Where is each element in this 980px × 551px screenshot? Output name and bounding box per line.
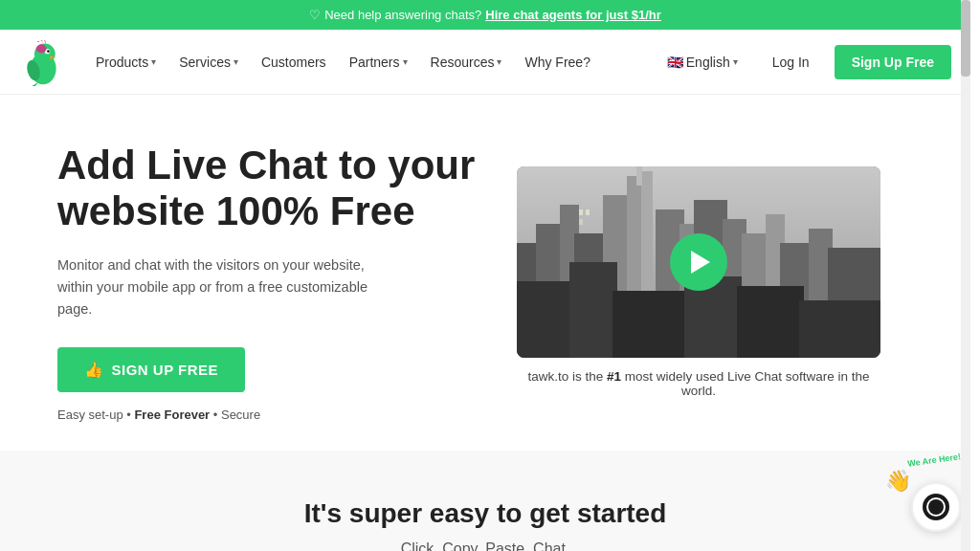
svg-rect-24 xyxy=(517,281,574,358)
chat-button[interactable] xyxy=(911,482,961,532)
hero-section: Add Live Chat to your website 100% Free … xyxy=(0,95,970,451)
chevron-down-icon: ▾ xyxy=(234,56,238,67)
hero-cta-label: SIGN UP FREE xyxy=(112,362,219,378)
svg-point-4 xyxy=(47,50,50,53)
scrollbar[interactable] xyxy=(961,0,970,551)
nav-resources[interactable]: Resources ▾ xyxy=(421,47,512,77)
nav-links: Products ▾ Services ▾ Customers Partners… xyxy=(86,47,657,77)
hero-video: tawk.to is the #1 most widely used Live … xyxy=(517,166,880,398)
easy-title: It's super easy to get started xyxy=(57,498,913,529)
thumbs-up-icon: 👍 xyxy=(84,361,104,379)
svg-rect-31 xyxy=(586,209,590,215)
svg-rect-28 xyxy=(737,286,804,358)
video-container[interactable] xyxy=(517,166,880,358)
nav-why-free[interactable]: Why Free? xyxy=(515,47,599,77)
video-thumbnail xyxy=(517,166,880,358)
navbar: Products ▾ Services ▾ Customers Partners… xyxy=(0,30,970,95)
svg-rect-32 xyxy=(579,219,583,225)
svg-point-35 xyxy=(928,499,944,515)
banner-link[interactable]: Hire chat agents for just $1/hr xyxy=(485,8,661,22)
language-selector[interactable]: 🇬🇧 English ▾ xyxy=(657,47,747,77)
nav-products[interactable]: Products ▾ xyxy=(86,47,166,77)
svg-rect-29 xyxy=(799,300,880,358)
signup-button[interactable]: Sign Up Free xyxy=(835,45,951,79)
nav-right: 🇬🇧 English ▾ Log In Sign Up Free xyxy=(657,45,951,79)
svg-rect-14 xyxy=(636,166,642,186)
easy-section: It's super easy to get started Click. Co… xyxy=(0,451,970,551)
play-button[interactable] xyxy=(670,233,727,291)
chevron-down-icon: ▾ xyxy=(497,56,501,67)
hero-title: Add Live Chat to your website 100% Free xyxy=(57,143,479,235)
chat-widget[interactable]: We Are Here! 👋 xyxy=(911,482,961,532)
play-icon xyxy=(691,251,710,274)
banner-icon: ♡ xyxy=(309,8,321,22)
top-banner: ♡ Need help answering chats? Hire chat a… xyxy=(0,0,970,30)
nav-customers[interactable]: Customers xyxy=(252,47,336,77)
easy-subtitle: Click. Copy. Paste. Chat. xyxy=(57,540,913,551)
svg-point-5 xyxy=(36,44,47,53)
banner-text: Need help answering chats? xyxy=(324,8,481,22)
hero-subtitle: Monitor and chat with the visitors on yo… xyxy=(57,254,402,321)
svg-rect-26 xyxy=(612,291,689,358)
login-button[interactable]: Log In xyxy=(763,49,819,76)
scrollbar-thumb[interactable] xyxy=(961,0,970,77)
hero-cta-button[interactable]: 👍 SIGN UP FREE xyxy=(57,347,245,392)
chevron-down-icon: ▾ xyxy=(403,56,408,67)
svg-rect-25 xyxy=(569,262,617,358)
hero-features: Easy set-up • Free Forever • Secure xyxy=(57,408,479,422)
chevron-down-icon: ▾ xyxy=(151,56,156,67)
logo[interactable] xyxy=(19,38,67,86)
flag-icon: 🇬🇧 xyxy=(667,55,683,70)
nav-partners[interactable]: Partners ▾ xyxy=(340,47,417,77)
chevron-down-icon: ▾ xyxy=(733,56,738,67)
wave-icon: 👋 xyxy=(885,469,911,494)
hero-content: Add Live Chat to your website 100% Free … xyxy=(57,143,479,422)
svg-rect-30 xyxy=(579,209,583,215)
chat-widget-container: We Are Here! 👋 xyxy=(911,482,961,532)
video-caption: tawk.to is the #1 most widely used Live … xyxy=(517,369,880,398)
nav-services[interactable]: Services ▾ xyxy=(169,47,248,77)
